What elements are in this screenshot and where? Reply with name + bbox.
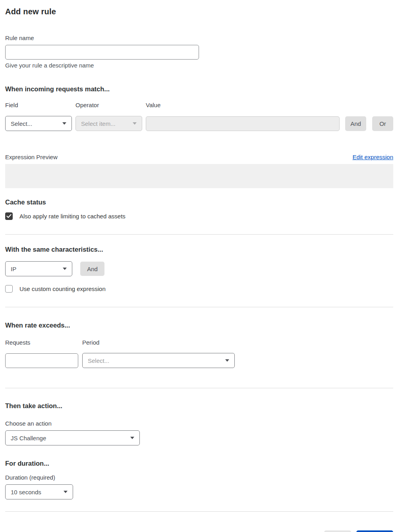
characteristics-heading: With the same characteristics... [5, 246, 393, 253]
period-select[interactable]: Select... [82, 353, 235, 368]
operator-select[interactable]: Select item... [75, 116, 142, 131]
duration-section: For duration... Duration (required) 10 s… [5, 460, 393, 499]
expression-section: Expression Preview Edit expression [5, 154, 393, 188]
field-select-value: Select... [11, 120, 32, 127]
chevron-down-icon [64, 491, 68, 493]
action-label: Choose an action [5, 420, 393, 427]
footer: Back Add rule [5, 521, 393, 532]
field-select[interactable]: Select... [5, 116, 72, 131]
action-section: Then take action... Choose an action JS … [5, 402, 393, 445]
duration-heading: For duration... [5, 460, 393, 467]
page-title: Add new rule [5, 7, 393, 16]
rule-name-input[interactable] [5, 45, 199, 60]
divider [5, 511, 393, 512]
cache-status-section: Cache status Also apply rate limiting to… [5, 199, 393, 220]
duration-label: Duration (required) [5, 474, 393, 481]
and-button[interactable]: And [345, 116, 366, 131]
rule-name-section: Rule name Give your rule a descriptive n… [5, 35, 393, 69]
checkmark-icon [6, 214, 12, 218]
custom-counting-checkbox[interactable] [5, 285, 13, 293]
operator-label: Operator [75, 102, 142, 108]
field-label: Field [5, 102, 72, 108]
characteristics-select-value: IP [11, 266, 16, 272]
add-rule-form: Add new rule Rule name Give your rule a … [0, 0, 398, 532]
action-select-value: JS Challenge [11, 435, 46, 441]
expression-preview-label: Expression Preview [5, 154, 58, 160]
value-input[interactable] [146, 116, 340, 131]
cache-checkbox-label: Also apply rate limiting to cached asset… [19, 213, 126, 220]
action-select[interactable]: JS Challenge [5, 430, 140, 445]
rate-heading: When rate exceeds... [5, 322, 393, 329]
requests-input[interactable] [5, 353, 78, 368]
duration-select[interactable]: 10 seconds [5, 484, 73, 499]
characteristics-section: With the same characteristics... IP And … [5, 246, 393, 293]
edit-expression-link[interactable]: Edit expression [352, 154, 393, 160]
chevron-down-icon [62, 122, 66, 125]
period-label: Period [82, 339, 235, 346]
cache-checkbox[interactable] [5, 212, 13, 220]
rule-name-label: Rule name [5, 35, 393, 41]
custom-counting-checkbox-label: Use custom counting expression [19, 285, 106, 292]
chevron-down-icon [130, 437, 134, 439]
divider [5, 307, 393, 307]
characteristics-select[interactable]: IP [5, 261, 72, 276]
value-label: Value [146, 102, 340, 108]
rate-section: When rate exceeds... Requests Period Sel… [5, 322, 393, 368]
duration-select-value: 10 seconds [11, 489, 41, 495]
match-section: When incoming requests match... Field Op… [5, 85, 393, 131]
rule-name-helper: Give your rule a descriptive name [5, 62, 393, 69]
action-heading: Then take action... [5, 402, 393, 410]
or-button[interactable]: Or [372, 116, 393, 131]
requests-label: Requests [5, 339, 78, 346]
chevron-down-icon [63, 268, 67, 270]
cache-status-heading: Cache status [5, 199, 393, 206]
divider [5, 234, 393, 235]
chevron-down-icon [133, 122, 137, 125]
back-button[interactable]: Back [324, 530, 351, 532]
expression-preview-box [5, 164, 393, 188]
match-heading: When incoming requests match... [5, 85, 393, 93]
divider [5, 388, 393, 388]
chevron-down-icon [225, 359, 229, 362]
operator-select-value: Select item... [81, 120, 116, 127]
add-rule-button[interactable]: Add rule [356, 530, 393, 532]
period-select-value: Select... [88, 357, 109, 364]
characteristics-and-button[interactable]: And [80, 262, 104, 276]
